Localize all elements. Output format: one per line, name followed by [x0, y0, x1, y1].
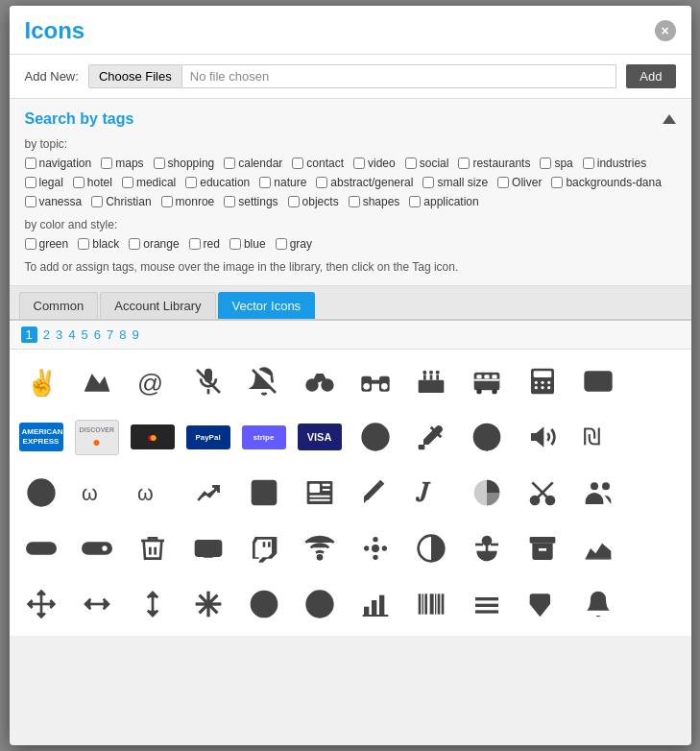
- tab-vector-icons[interactable]: Vector Icons: [218, 292, 316, 319]
- icon-half-circle[interactable]: [403, 521, 459, 576]
- tag-navigation[interactable]: navigation: [25, 157, 92, 170]
- page-8[interactable]: 8: [119, 327, 126, 342]
- icon-soccer-ball[interactable]: [459, 409, 515, 465]
- icon-strikethrough-s[interactable]: [13, 465, 69, 521]
- icon-lastfm[interactable]: ω: [69, 465, 125, 521]
- icon-wifi[interactable]: [292, 521, 348, 576]
- icon-amex[interactable]: AMERICANEXPRESS: [13, 409, 69, 465]
- icon-binoculars[interactable]: [348, 353, 403, 409]
- icon-tag-bookmark[interactable]: [515, 576, 570, 632]
- icon-yelp[interactable]: [348, 521, 403, 576]
- tag-monroe[interactable]: monroe: [161, 195, 215, 208]
- icon-keyboard[interactable]: [181, 521, 236, 576]
- icon-trash[interactable]: [125, 521, 181, 576]
- close-button[interactable]: ×: [655, 20, 676, 41]
- icon-at-symbol[interactable]: @: [125, 353, 181, 409]
- icon-stripe[interactable]: stripe: [236, 409, 292, 465]
- icon-peace-hand[interactable]: ✌: [13, 353, 69, 409]
- tag-maps[interactable]: maps: [101, 157, 143, 170]
- icon-move[interactable]: [13, 576, 69, 632]
- tag-hotel[interactable]: hotel: [73, 176, 112, 189]
- icon-mastercard[interactable]: ●●: [125, 409, 181, 465]
- icon-trend-up[interactable]: [181, 465, 236, 521]
- icon-mp[interactable]: MP: [236, 465, 292, 521]
- icon-newspaper[interactable]: [292, 465, 348, 521]
- tag-legal[interactable]: legal: [25, 176, 63, 189]
- icon-shekel[interactable]: ₪: [570, 409, 626, 465]
- color-black[interactable]: black: [78, 237, 119, 251]
- tag-calendar[interactable]: calendar: [224, 157, 282, 170]
- tag-small-size[interactable]: small size: [422, 176, 488, 189]
- icon-calculator[interactable]: [515, 353, 570, 409]
- tag-vanessa[interactable]: vanessa: [25, 195, 83, 208]
- icon-at-circle[interactable]: [236, 576, 292, 632]
- icon-birthday-cake[interactable]: [403, 353, 459, 409]
- tag-contact[interactable]: contact: [292, 157, 344, 170]
- page-5[interactable]: 5: [81, 327, 87, 342]
- icon-bicycle[interactable]: [292, 353, 348, 409]
- icon-scissors[interactable]: [515, 465, 570, 521]
- icon-toggle-off[interactable]: [13, 521, 69, 576]
- icon-bell[interactable]: [570, 576, 626, 632]
- icon-archive-box[interactable]: [515, 521, 570, 576]
- icon-hamburger-menu[interactable]: [459, 576, 515, 632]
- icon-ban[interactable]: [292, 576, 348, 632]
- tag-shapes[interactable]: shapes: [349, 195, 400, 208]
- tag-education[interactable]: education: [185, 176, 250, 189]
- color-orange[interactable]: orange: [129, 237, 179, 251]
- page-2[interactable]: 2: [43, 327, 50, 342]
- icon-eyedropper[interactable]: [403, 409, 459, 465]
- icon-bell-off[interactable]: [236, 353, 292, 409]
- page-3[interactable]: 3: [56, 327, 62, 342]
- collapse-icon[interactable]: [663, 114, 676, 124]
- page-4[interactable]: 4: [68, 327, 75, 342]
- icon-anchor[interactable]: [459, 521, 515, 576]
- tag-objects[interactable]: objects: [288, 195, 339, 208]
- icon-pencil-brush[interactable]: [348, 465, 403, 521]
- icon-pie-chart[interactable]: [459, 465, 515, 521]
- add-button[interactable]: Add: [626, 64, 675, 88]
- tag-abstract[interactable]: abstract/general: [316, 176, 413, 189]
- icon-copyright[interactable]: ©: [348, 409, 403, 465]
- page-1[interactable]: 1: [21, 327, 37, 343]
- icon-lastfm-2[interactable]: ω: [125, 465, 181, 521]
- choose-files-button[interactable]: Choose Files: [88, 64, 182, 88]
- tag-nature[interactable]: nature: [259, 176, 306, 189]
- icon-toggle-on[interactable]: [69, 521, 125, 576]
- icon-arrows-vertical[interactable]: [125, 576, 181, 632]
- color-blue[interactable]: blue: [229, 237, 266, 251]
- tag-settings[interactable]: settings: [224, 195, 278, 208]
- icon-volume[interactable]: [515, 409, 570, 465]
- tag-spa[interactable]: spa: [540, 157, 572, 170]
- icon-mountain-chart[interactable]: [69, 353, 125, 409]
- tag-backgrounds-dana[interactable]: backgrounds-dana: [551, 176, 661, 189]
- tag-application[interactable]: application: [409, 195, 478, 208]
- icon-paypal[interactable]: PayPal: [181, 409, 236, 465]
- icon-bar-chart[interactable]: [348, 576, 403, 632]
- color-gray[interactable]: gray: [276, 237, 312, 251]
- tag-oliver[interactable]: Oliver: [497, 176, 542, 189]
- page-7[interactable]: 7: [107, 327, 113, 342]
- tab-account-library[interactable]: Account Library: [100, 292, 215, 319]
- tab-common[interactable]: Common: [19, 292, 99, 319]
- icon-discover[interactable]: DISCOVER ●: [69, 409, 125, 465]
- icon-paypal-p[interactable]: 𝐽: [403, 465, 459, 521]
- icon-bus[interactable]: [459, 353, 515, 409]
- tag-social[interactable]: social: [405, 157, 449, 170]
- icon-visa[interactable]: VISA: [292, 409, 348, 465]
- color-red[interactable]: red: [189, 237, 220, 251]
- icon-barcode[interactable]: [403, 576, 459, 632]
- tag-medical[interactable]: medical: [122, 176, 176, 189]
- page-6[interactable]: 6: [94, 327, 101, 342]
- icon-mic-off[interactable]: [181, 353, 236, 409]
- icon-arrows-horizontal[interactable]: [69, 576, 125, 632]
- tag-shopping[interactable]: shopping: [154, 157, 215, 170]
- icon-closed-caption[interactable]: CC: [570, 353, 626, 409]
- icon-two-people[interactable]: [570, 465, 626, 521]
- icon-asterisk[interactable]: [181, 576, 236, 632]
- tag-christian[interactable]: Christian: [91, 195, 151, 208]
- icon-twitch[interactable]: [236, 521, 292, 576]
- color-green[interactable]: green: [25, 237, 69, 251]
- tag-video[interactable]: video: [353, 157, 396, 170]
- icon-area-chart[interactable]: [570, 521, 626, 576]
